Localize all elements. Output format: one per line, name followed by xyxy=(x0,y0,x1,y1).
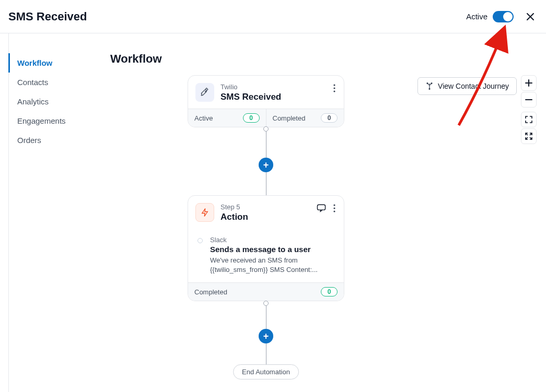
close-button[interactable] xyxy=(523,9,538,24)
connector xyxy=(266,132,266,158)
svg-point-3 xyxy=(333,90,335,92)
add-step-button[interactable]: + xyxy=(259,158,273,172)
trigger-stats: Active 0 Completed 0 xyxy=(188,109,344,127)
active-toggle[interactable] xyxy=(493,11,514,22)
sidebar-item-engagements[interactable]: Engagements xyxy=(8,111,110,130)
header: SMS Received Active xyxy=(0,0,546,33)
stat-active-value: 0 xyxy=(243,113,260,123)
svg-point-6 xyxy=(333,207,335,209)
node-dot xyxy=(263,126,269,132)
stat-active-label: Active xyxy=(194,114,213,122)
view-contact-journey-button[interactable]: View Contact Journey xyxy=(417,77,517,95)
plus-icon xyxy=(525,79,532,87)
sidebar-item-orders[interactable]: Orders xyxy=(8,130,110,150)
zoom-controls xyxy=(521,75,537,144)
stat-completed: Completed 0 xyxy=(188,283,344,301)
expand-icon xyxy=(525,116,532,123)
comment-button[interactable] xyxy=(316,203,327,213)
card-header: Twilio SMS Received xyxy=(188,76,344,109)
stat-completed-value: 0 xyxy=(321,113,338,123)
trigger-title: SMS Received xyxy=(220,92,326,102)
stat-completed: Completed 0 xyxy=(266,109,344,127)
trigger-menu-button[interactable] xyxy=(332,83,336,93)
bullet-dot xyxy=(198,238,203,243)
rocket-icon xyxy=(195,83,214,102)
stat-active: Active 0 xyxy=(188,109,266,127)
connector xyxy=(266,343,266,364)
step-body: Slack Sends a message to a user We've re… xyxy=(188,229,344,282)
stat-completed-value: 0 xyxy=(321,287,338,296)
chat-icon xyxy=(317,204,326,212)
connector xyxy=(266,172,266,195)
sidebar-item-workflow[interactable]: Workflow xyxy=(8,53,110,73)
close-icon xyxy=(526,12,535,21)
sidebar-item-analytics[interactable]: Analytics xyxy=(8,92,110,111)
stat-completed-label: Completed xyxy=(273,114,306,122)
fullscreen-icon xyxy=(525,133,532,140)
add-step-button[interactable]: + xyxy=(259,329,273,343)
fullscreen-button[interactable] xyxy=(521,128,537,144)
svg-point-9 xyxy=(431,83,432,84)
kebab-icon xyxy=(333,84,335,92)
lightning-icon xyxy=(195,203,214,222)
svg-point-7 xyxy=(333,210,335,212)
svg-point-0 xyxy=(205,91,206,92)
step-item-description: We've received an SMS from {{twilio_sms_… xyxy=(210,256,320,274)
card-header: Step 5 Action xyxy=(188,196,344,229)
sidebar: Workflow Contacts Analytics Engagements … xyxy=(8,33,110,392)
svg-point-5 xyxy=(333,204,335,206)
svg-point-10 xyxy=(429,88,430,89)
zoom-in-button[interactable] xyxy=(521,75,537,91)
step-item-title: Sends a message to a user xyxy=(210,245,336,254)
step-stats: Completed 0 xyxy=(188,282,344,301)
kebab-icon xyxy=(333,204,335,212)
stat-completed-label: Completed xyxy=(194,288,227,296)
svg-point-1 xyxy=(333,84,335,86)
step-card[interactable]: Step 5 Action xyxy=(188,195,344,301)
active-label: Active xyxy=(466,12,487,21)
minus-icon xyxy=(525,96,532,103)
end-automation[interactable]: End Automation xyxy=(233,364,299,379)
connector xyxy=(266,306,266,329)
toggle-knob xyxy=(503,12,513,21)
sidebar-item-contacts[interactable]: Contacts xyxy=(8,73,110,92)
step-supertitle: Step 5 xyxy=(220,203,309,211)
svg-point-8 xyxy=(427,83,428,84)
step-menu-button[interactable] xyxy=(332,203,336,213)
branch-icon xyxy=(425,82,434,90)
node-dot xyxy=(263,301,269,306)
trigger-provider: Twilio xyxy=(220,83,326,91)
svg-point-2 xyxy=(333,87,335,89)
step-title: Action xyxy=(220,212,309,222)
svg-rect-4 xyxy=(317,205,325,210)
body: Workflow Contacts Analytics Engagements … xyxy=(0,33,546,392)
journey-label: View Contact Journey xyxy=(438,82,509,90)
step-item-provider: Slack xyxy=(210,236,336,244)
zoom-out-button[interactable] xyxy=(521,92,537,108)
trigger-card[interactable]: Twilio SMS Received Active 0 xyxy=(188,75,344,127)
page-title: SMS Received xyxy=(8,10,466,23)
fit-screen-button[interactable] xyxy=(521,112,537,127)
step-item[interactable]: Slack Sends a message to a user We've re… xyxy=(195,231,336,274)
active-toggle-group: Active xyxy=(466,11,514,22)
